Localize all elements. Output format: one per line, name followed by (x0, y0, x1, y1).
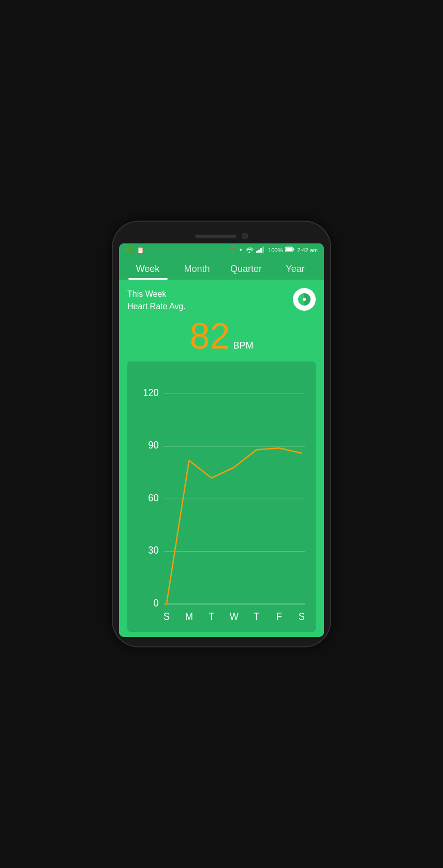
svg-rect-2 (260, 248, 262, 253)
svg-text:120: 120 (143, 387, 158, 398)
svg-text:90: 90 (148, 440, 158, 451)
svg-text:S: S (299, 611, 305, 622)
status-left: 🌿 📋 (125, 246, 144, 254)
nav-button[interactable] (293, 288, 316, 311)
bluetooth-icon: ✦ (239, 247, 243, 253)
svg-text:T: T (254, 611, 260, 622)
status-right: 📍 ✦ 100% (230, 247, 318, 254)
battery-icon (285, 247, 294, 253)
svg-point-8 (303, 298, 306, 301)
phone-camera (242, 233, 248, 239)
time-display: 2:42 am (297, 247, 318, 253)
bpm-unit: BPM (233, 340, 253, 351)
svg-rect-6 (293, 249, 294, 251)
svg-rect-0 (256, 251, 258, 253)
svg-text:M: M (185, 611, 193, 622)
header-row: This Week Heart Rate Avg. (127, 288, 316, 313)
tab-bar: Week Month Quarter Year (119, 256, 324, 280)
svg-text:F: F (276, 611, 282, 622)
signal-icon (256, 247, 265, 254)
svg-text:T: T (209, 611, 215, 622)
content-area: This Week Heart Rate Avg. 82 BPM (119, 280, 324, 637)
svg-text:S: S (164, 611, 170, 622)
header-text: This Week Heart Rate Avg. (127, 288, 186, 313)
svg-text:30: 30 (148, 545, 158, 556)
phone-device: 🌿 📋 📍 ✦ (113, 222, 330, 646)
wifi-icon (245, 247, 254, 254)
svg-text:W: W (230, 611, 239, 622)
phone-screen: 🌿 📋 📍 ✦ (119, 243, 324, 637)
bpm-value: 82 (190, 318, 230, 354)
chart-container: 120 90 60 30 0 S M T W T F S (127, 361, 316, 632)
svg-text:0: 0 (153, 597, 158, 609)
app-icon-2: 📋 (137, 247, 144, 254)
phone-speaker (195, 235, 237, 238)
tab-week[interactable]: Week (123, 256, 172, 280)
phone-top-bar (119, 231, 324, 243)
app-icon-1: 🌿 (125, 246, 134, 254)
status-bar: 🌿 📋 📍 ✦ (119, 243, 324, 256)
tab-quarter[interactable]: Quarter (222, 256, 271, 280)
location-icon: 📍 (230, 247, 236, 253)
tab-year[interactable]: Year (271, 256, 320, 280)
tab-month[interactable]: Month (172, 256, 222, 280)
bpm-display: 82 BPM (127, 318, 316, 354)
heart-rate-chart: 120 90 60 30 0 S M T W T F S (132, 367, 311, 627)
svg-rect-3 (262, 247, 264, 253)
svg-rect-1 (258, 250, 260, 253)
svg-text:60: 60 (148, 492, 158, 503)
svg-rect-5 (286, 248, 292, 251)
battery-percent: 100% (268, 247, 283, 253)
